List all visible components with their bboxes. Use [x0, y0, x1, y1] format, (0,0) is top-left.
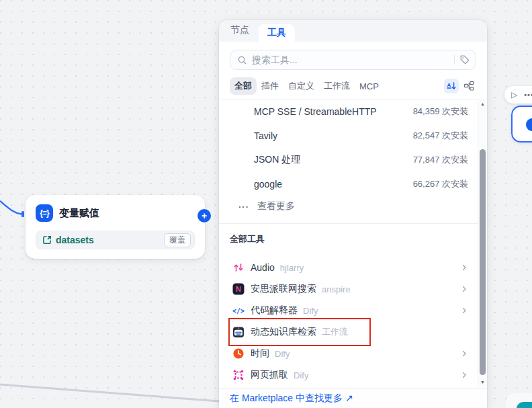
tool-author: hjlarry — [280, 263, 304, 273]
tool-list: Audio hjlarry N — [219, 257, 487, 386]
scroll-up-arrow[interactable]: ▲ — [478, 99, 487, 108]
chevron-right-icon — [460, 263, 468, 272]
robot-icon — [232, 326, 245, 338]
variable-assigner-icon: {=} — [36, 204, 53, 222]
variable-assigner-node[interactable]: {=} 变量赋值 datasets 覆盖 + — [26, 195, 205, 259]
tool-item-code-interpreter[interactable]: </> 代码解释器 Dify — [219, 300, 487, 321]
anspire-icon: N — [232, 283, 245, 295]
tool-author: anspire — [322, 284, 351, 294]
tool-author: 工作流 — [322, 326, 348, 338]
tool-item-web-scraper[interactable]: 网页抓取 Dify — [219, 364, 487, 386]
marketplace-item-google[interactable]: google 66,267 次安装 — [219, 172, 487, 196]
marketplace-item-json[interactable]: JSON 处理 77,847 次安装 — [219, 148, 487, 172]
tool-author: Dify — [275, 349, 290, 359]
marketplace-item-tavily[interactable]: Tavily 82,547 次安装 — [219, 124, 487, 148]
panel-footer: 在 Marketplace 中查找更多 ↗ — [219, 389, 487, 408]
variable-icon — [42, 235, 52, 245]
tab-nodes[interactable]: 节点 — [230, 24, 249, 38]
filter-plugins[interactable]: 插件 — [257, 77, 283, 95]
play-icon[interactable]: ▷ — [511, 90, 517, 99]
chevron-right-icon — [460, 307, 468, 315]
chat-bubble-button-partial[interactable] — [517, 402, 532, 408]
filter-workflow[interactable]: 工作流 — [319, 77, 355, 95]
scrollbar-thumb[interactable] — [480, 149, 486, 375]
filter-mcp[interactable]: MCP — [355, 79, 384, 94]
node-mini-toolbar: ▷ ••• — [504, 86, 532, 104]
search-divider — [454, 55, 455, 65]
tool-author: Dify — [294, 370, 308, 380]
edge-bottom — [0, 384, 228, 402]
view-more-button[interactable]: ··· 查看更多 — [219, 196, 487, 216]
node-title: 变量赋值 — [59, 207, 99, 220]
install-count: 84,359 次安装 — [413, 106, 468, 118]
tag-filter-icon[interactable] — [459, 54, 470, 65]
add-next-node-button[interactable]: + — [197, 209, 211, 222]
tool-name: 动态知识库检索 — [251, 326, 316, 338]
install-count: 66,267 次安装 — [413, 178, 468, 190]
variable-row: datasets 覆盖 — [36, 231, 195, 249]
tool-name: MCP SSE / StreamableHTTP — [254, 106, 377, 117]
svg-text:A: A — [447, 82, 451, 88]
tree-view-icon[interactable] — [461, 79, 476, 93]
tool-item-anspire[interactable]: N 安思派联网搜索 anspire — [219, 278, 487, 300]
tool-name: 安思派联网搜索 — [251, 283, 316, 295]
block-selector-panel: 节点 工具 — [219, 20, 487, 408]
search-input[interactable] — [252, 54, 449, 65]
tool-name: google — [254, 179, 282, 190]
marketplace-list: MCP SSE / StreamableHTTP 84,359 次安装 Tavi… — [219, 99, 487, 216]
panel-scrollbar[interactable]: ▲ ▼ — [478, 99, 486, 387]
edge-incoming — [0, 201, 21, 214]
filter-all[interactable]: 全部 — [230, 77, 257, 95]
tool-name: Audio — [251, 262, 275, 273]
more-options-icon[interactable]: ••• — [524, 91, 532, 99]
svg-text:N: N — [236, 285, 241, 293]
ellipsis-icon: ··· — [238, 202, 249, 212]
overwrite-badge: 覆盖 — [164, 233, 191, 247]
tool-name: 代码解释器 — [251, 304, 298, 317]
tool-name: Tavily — [254, 130, 277, 141]
tool-name: 时间 — [251, 348, 269, 360]
section-title-all-tools: 全部工具 — [230, 233, 476, 245]
view-more-label: 查看更多 — [257, 200, 295, 212]
code-icon: </> — [232, 304, 245, 317]
chevron-right-icon — [460, 285, 468, 293]
filter-row: 全部 插件 自定义 工作流 MCP A — [230, 77, 476, 95]
tool-item-audio[interactable]: Audio hjlarry — [219, 257, 487, 278]
marketplace-link[interactable]: 在 Marketplace 中查找更多 ↗ — [230, 393, 353, 405]
workflow-canvas[interactable]: {=} 变量赋值 datasets 覆盖 + ▷ ••• 节点 工具 — [0, 0, 532, 408]
tool-name: 网页抓取 — [251, 369, 288, 381]
sort-az-icon[interactable]: A — [444, 79, 459, 93]
marketplace-item-mcp-sse[interactable]: MCP SSE / StreamableHTTP 84,359 次安装 — [219, 99, 487, 124]
divider — [219, 223, 487, 224]
panel-tabs: 节点 工具 — [219, 20, 487, 42]
tab-tools[interactable]: 工具 — [259, 24, 295, 42]
edge-endpoint — [21, 211, 24, 217]
tool-name: JSON 处理 — [254, 154, 300, 166]
tool-item-time[interactable]: 时间 Dify — [219, 343, 487, 364]
audio-icon — [232, 261, 245, 274]
tool-author: Dify — [303, 306, 318, 316]
install-count: 77,847 次安装 — [413, 154, 468, 166]
chevron-right-icon — [460, 350, 468, 358]
svg-text:</>: </> — [232, 307, 245, 315]
search-icon — [237, 55, 247, 65]
tool-item-dynamic-knowledge-retrieval[interactable]: 动态知识库检索 工作流 — [219, 321, 487, 343]
variable-name: datasets — [56, 235, 94, 245]
install-count: 82,547 次安装 — [413, 130, 468, 142]
filter-custom[interactable]: 自定义 — [283, 77, 319, 95]
scroll-down-arrow[interactable]: ▼ — [478, 378, 487, 386]
web-scraper-icon — [232, 369, 245, 381]
chevron-right-icon — [460, 371, 468, 379]
clock-icon — [232, 348, 245, 360]
tool-search-box[interactable] — [230, 50, 476, 70]
